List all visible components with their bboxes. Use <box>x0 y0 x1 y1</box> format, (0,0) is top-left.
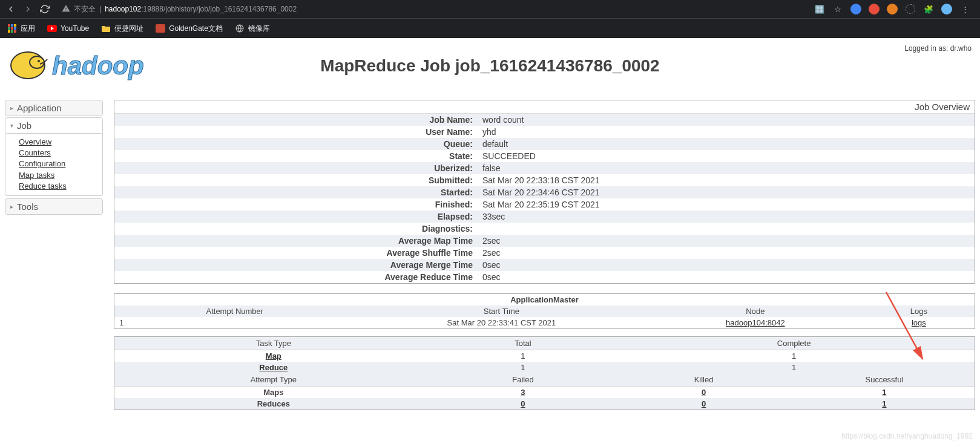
th-attempttype: Attempt Type <box>114 373 433 387</box>
am-data-row: 1 Sat Mar 20 22:33:41 CST 2021 hadoop104… <box>114 317 975 329</box>
sidebar-job-submenu: Overview Counters Configuration Map task… <box>5 133 103 196</box>
info-value: Sat Mar 20 22:35:19 CST 2021 <box>478 198 605 211</box>
info-row: Average Map Time2sec <box>114 235 975 247</box>
sidebar-link-maptasks[interactable]: Map tasks <box>19 170 96 181</box>
am-start: Sat Mar 20 22:33:41 CST 2021 <box>355 317 648 329</box>
attempt-maps-killed[interactable]: 0 <box>702 388 706 397</box>
info-row: Queue:default <box>114 138 975 150</box>
sidebar: Application Job Overview Counters Config… <box>5 100 103 410</box>
sidebar-link-overview[interactable]: Overview <box>19 137 96 148</box>
attempt-maps-failed[interactable]: 3 <box>521 388 525 397</box>
task-row-map: Map 1 1 <box>114 350 975 362</box>
triangle-icon <box>10 122 13 129</box>
info-label: Submitted: <box>114 174 478 186</box>
main-layout: Application Job Overview Counters Config… <box>0 88 980 410</box>
back-button[interactable] <box>5 3 17 15</box>
task-map-link[interactable]: Map <box>266 351 281 361</box>
info-row: Average Shuffle Time2sec <box>114 247 975 259</box>
info-value: 33sec <box>478 211 510 223</box>
bookmark-mirror[interactable]: 镜像库 <box>235 24 270 34</box>
attempt-maps-label: Maps <box>114 387 433 399</box>
applicationmaster-table: ApplicationMaster Attempt Number Start T… <box>114 293 975 329</box>
am-node-link[interactable]: hadoop104:8042 <box>726 318 785 327</box>
star-icon[interactable]: ☆ <box>832 4 843 15</box>
oracle-icon <box>156 24 165 33</box>
svg-rect-1 <box>11 24 13 27</box>
task-reduce-complete: 1 <box>613 362 975 373</box>
bookmark-label: 镜像库 <box>248 24 270 34</box>
th-killed: Killed <box>613 373 794 387</box>
am-header-attempt: Attempt Number <box>114 305 355 317</box>
attempt-maps-successful[interactable]: 1 <box>882 388 886 397</box>
am-attempt: 1 <box>114 317 355 329</box>
svg-rect-5 <box>14 27 16 30</box>
sidebar-link-counters[interactable]: Counters <box>19 148 96 158</box>
sidebar-item-job[interactable]: Job <box>5 117 103 134</box>
ext-icon-blue[interactable] <box>850 4 861 15</box>
info-label: Elapsed: <box>114 211 478 223</box>
main-content: Job Overview Job Name:word countUser Nam… <box>114 100 975 410</box>
youtube-icon <box>47 24 57 33</box>
bookmark-youtube[interactable]: YouTube <box>47 24 89 33</box>
ext-icon-orange[interactable] <box>887 4 898 15</box>
profile-avatar[interactable] <box>941 4 952 15</box>
login-info: Logged in as: dr.who <box>904 44 972 53</box>
ext-icon-red[interactable] <box>869 4 880 15</box>
menu-dots-icon[interactable]: ⋮ <box>959 4 970 15</box>
insecure-label: 不安全 <box>74 4 96 15</box>
reload-button[interactable] <box>39 3 51 15</box>
sidebar-item-tools[interactable]: Tools <box>5 198 103 215</box>
url-host: hadoop102 <box>105 5 141 13</box>
th-total: Total <box>433 337 614 350</box>
info-value: 0sec <box>478 271 505 283</box>
info-value: SUCCEEDED <box>478 150 541 162</box>
address-bar[interactable]: 不安全 | hadoop102:19888/jobhistory/job/job… <box>62 4 814 15</box>
am-logs-link[interactable]: logs <box>912 318 926 327</box>
insecure-icon <box>62 4 70 15</box>
svg-rect-6 <box>8 30 10 33</box>
attempt-row-reduces: Reduces 0 0 1 <box>114 398 975 410</box>
panel-header: Job Overview <box>114 100 975 114</box>
task-reduce-link[interactable]: Reduce <box>259 363 288 372</box>
triangle-icon <box>10 203 13 210</box>
info-value <box>478 223 487 235</box>
bookmark-folder[interactable]: 便捷网址 <box>101 24 143 34</box>
hadoop-logo[interactable]: hadoop <box>4 44 179 87</box>
info-row: Diagnostics: <box>114 223 975 235</box>
attempt-reduces-failed[interactable]: 0 <box>521 399 525 408</box>
extensions-icon[interactable]: 🧩 <box>923 4 934 15</box>
attempt-reduces-successful[interactable]: 1 <box>882 399 886 408</box>
info-value: 0sec <box>478 259 505 271</box>
browser-actions: 🔠 ☆ 🧩 ⋮ <box>814 4 970 15</box>
forward-button[interactable] <box>22 3 34 15</box>
ext-icon-dashed[interactable] <box>905 4 916 15</box>
info-value: yhd <box>478 126 501 138</box>
svg-rect-0 <box>8 24 10 27</box>
sidebar-link-configuration[interactable]: Configuration <box>19 158 96 169</box>
info-row: State:SUCCEEDED <box>114 150 975 162</box>
task-map-total: 1 <box>433 350 614 362</box>
bookmark-label: GoldenGate文档 <box>169 24 223 34</box>
info-value: Sat Mar 20 22:33:18 CST 2021 <box>478 174 605 186</box>
svg-rect-2 <box>14 24 16 27</box>
sidebar-link-reducetasks[interactable]: Reduce tasks <box>19 181 96 192</box>
sidebar-item-application[interactable]: Application <box>5 100 103 116</box>
info-row: User Name:yhd <box>114 126 975 138</box>
bookmark-apps[interactable]: 应用 <box>7 24 35 34</box>
triangle-icon <box>10 105 13 111</box>
attempt-row-maps: Maps 3 0 1 <box>114 387 975 399</box>
bookmark-goldengate[interactable]: GoldenGate文档 <box>156 24 223 34</box>
info-value: false <box>478 162 505 174</box>
attempt-reduces-label: Reduces <box>114 398 433 410</box>
task-map-complete: 1 <box>613 350 975 362</box>
svg-point-12 <box>30 56 44 68</box>
translate-icon[interactable]: 🔠 <box>814 4 825 15</box>
attempt-reduces-killed[interactable]: 0 <box>702 399 706 408</box>
svg-text:hadoop: hadoop <box>52 51 144 80</box>
th-tasktype: Task Type <box>114 337 433 350</box>
info-label: Average Merge Time <box>114 259 478 271</box>
info-label: State: <box>114 150 478 162</box>
svg-point-13 <box>38 60 40 62</box>
folder-icon <box>101 24 111 33</box>
am-table-title: ApplicationMaster <box>114 294 975 306</box>
